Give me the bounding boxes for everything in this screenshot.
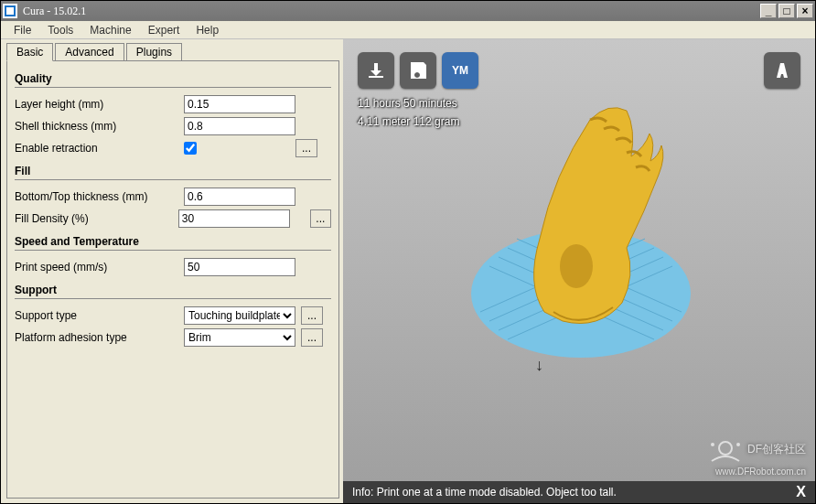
app-icon: [3, 4, 17, 18]
section-fill: Fill: [15, 165, 331, 180]
label-layer-height: Layer height (mm): [15, 98, 184, 111]
view-mode-button[interactable]: [764, 52, 800, 89]
input-print-speed[interactable]: [184, 258, 295, 276]
menu-help[interactable]: Help: [188, 22, 226, 38]
support-settings-button[interactable]: ...: [301, 306, 323, 325]
label-bottom-top-thickness: Bottom/Top thickness (mm): [15, 190, 184, 203]
menu-tools[interactable]: Tools: [40, 22, 81, 38]
input-fill-density[interactable]: [178, 209, 290, 228]
south-indicator-icon: ↓: [535, 356, 543, 375]
svg-rect-1: [6, 7, 14, 15]
retraction-settings-button[interactable]: ...: [295, 139, 317, 157]
close-button[interactable]: ×: [797, 4, 813, 18]
menu-expert[interactable]: Expert: [141, 22, 188, 38]
tab-plugins[interactable]: Plugins: [126, 43, 182, 61]
save-gcode-button[interactable]: [400, 52, 436, 89]
svg-point-14: [736, 443, 740, 446]
load-model-button[interactable]: [358, 52, 394, 89]
save-icon: [407, 59, 429, 81]
titlebar: Cura - 15.02.1 _ □ ×: [1, 1, 815, 21]
tab-basic[interactable]: Basic: [6, 43, 53, 61]
menu-file[interactable]: File: [6, 22, 38, 38]
input-bottom-top-thickness[interactable]: [184, 188, 295, 206]
info-close-button[interactable]: X: [796, 484, 806, 500]
label-fill-density: Fill Density (%): [15, 212, 178, 225]
ym-label: YM: [452, 64, 468, 77]
select-support-type[interactable]: Touching buildplate: [184, 306, 295, 325]
tab-advanced[interactable]: Advanced: [55, 43, 123, 61]
settings-panel: Basic Advanced Plugins Quality Layer hei…: [1, 39, 343, 503]
watermark: DF创客社区 www.DFRobot.com.cn: [707, 435, 806, 477]
view-icon: [771, 59, 793, 81]
watermark-logo-icon: [707, 435, 744, 463]
input-shell-thickness[interactable]: [184, 117, 295, 135]
label-shell-thickness: Shell thickness (mm): [15, 120, 184, 133]
info-text: Info: Print one at a time mode disabled.…: [352, 486, 617, 499]
maximize-button[interactable]: □: [778, 4, 795, 18]
input-layer-height[interactable]: [184, 95, 295, 113]
load-icon: [365, 59, 387, 81]
window-title: Cura - 15.02.1: [23, 5, 86, 18]
time-estimate: 11 hours 50 minutes: [358, 94, 459, 113]
menu-machine[interactable]: Machine: [82, 22, 138, 38]
select-platform-adhesion[interactable]: Brim: [184, 328, 295, 347]
menubar: File Tools Machine Expert Help: [1, 21, 815, 39]
section-support: Support: [15, 284, 331, 299]
3d-viewport[interactable]: YM 11 hours 50 minutes 4.11 meter 112 gr…: [343, 39, 815, 503]
fill-settings-button[interactable]: ...: [310, 209, 331, 228]
section-quality: Quality: [15, 72, 331, 88]
label-platform-adhesion: Platform adhesion type: [15, 331, 184, 344]
svg-point-12: [719, 442, 732, 455]
adhesion-settings-button[interactable]: ...: [301, 328, 323, 347]
minimize-button[interactable]: _: [760, 4, 777, 18]
material-estimate: 4.11 meter 112 gram: [358, 113, 459, 131]
section-speed: Speed and Temperature: [15, 235, 331, 251]
checkbox-enable-retraction[interactable]: [184, 142, 197, 155]
print-estimate: 11 hours 50 minutes 4.11 meter 112 gram: [358, 94, 459, 131]
info-bar: Info: Print one at a time mode disabled.…: [343, 481, 815, 503]
label-print-speed: Print speed (mm/s): [15, 261, 184, 273]
svg-point-13: [711, 443, 714, 446]
label-enable-retraction: Enable retraction: [15, 142, 184, 155]
build-plate: [453, 83, 709, 376]
svg-point-11: [560, 244, 593, 288]
label-support-type: Support type: [15, 309, 184, 322]
